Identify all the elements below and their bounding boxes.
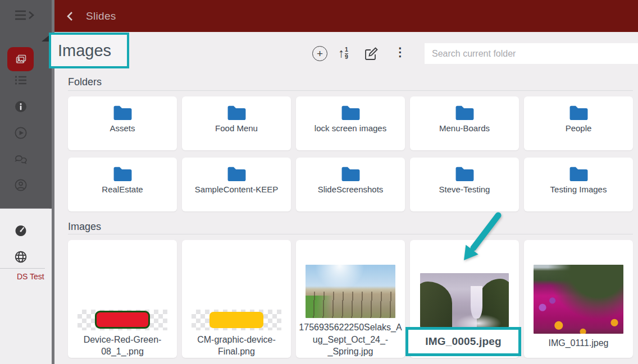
folder-label: Menu-Boards — [439, 123, 490, 133]
sort-numeric-icon: 1 9 — [345, 47, 348, 59]
filename-highlight-box: IMG_0005.jpeg — [405, 327, 521, 356]
sort-arrow-icon: ↑ — [338, 47, 344, 59]
image-filename: IMG_0111.jpeg — [526, 337, 631, 349]
folder-label: lock screen images — [315, 123, 386, 133]
folder-card-people[interactable]: People — [524, 96, 633, 150]
folder-card-lock-screen-images[interactable]: lock screen images — [296, 96, 405, 150]
sidebar-item-playlists[interactable] — [15, 74, 27, 86]
image-filename: 1756935622250Selaks_Aug_Sept_Oct_24_-_Sp… — [298, 321, 403, 358]
image-card-img-0111[interactable]: IMG_0111.jpeg — [524, 240, 633, 358]
globe-icon — [15, 251, 27, 263]
red-device-thumbnail — [95, 311, 150, 329]
sidebar-item-dashboard[interactable] — [15, 224, 27, 237]
plus-icon: + — [317, 48, 323, 59]
sidebar-item-messages[interactable] — [15, 153, 27, 165]
highlighted-image-filename: IMG_0005.jpeg — [425, 335, 502, 348]
waterfall-photo-thumbnail — [420, 273, 509, 327]
transparency-checker — [192, 310, 281, 330]
sidebar-item-player[interactable] — [15, 127, 27, 139]
folder-icon — [112, 165, 133, 182]
waterfall-left-cliff — [420, 282, 452, 327]
folder-icon — [454, 165, 475, 182]
user-circle-icon — [15, 179, 27, 191]
sidebar-item-account[interactable] — [15, 179, 27, 191]
edit-button[interactable] — [364, 47, 379, 61]
folder-icon — [340, 165, 361, 182]
folder-card-testing-images[interactable]: Testing Images — [524, 158, 633, 211]
folder-card-slidescreenshots[interactable]: SlideScreenshots — [296, 158, 405, 211]
folder-label: RealEstate — [102, 185, 143, 194]
folder-icon — [568, 104, 589, 121]
back-button[interactable] — [65, 11, 76, 22]
folder-icon — [226, 104, 247, 121]
folder-label: Assets — [110, 123, 135, 133]
vineyard-photo-thumbnail — [306, 265, 395, 318]
sidebar-item-info[interactable] — [15, 100, 27, 113]
folders-section-title: Folders — [68, 76, 102, 88]
menu-toggle-icon[interactable] — [15, 9, 35, 21]
add-button[interactable]: + — [312, 46, 327, 61]
folder-grid: Assets Food Menu lock screen images Menu… — [68, 96, 638, 211]
folder-label: Food Menu — [215, 123, 258, 133]
kebab-icon: ⋮ — [394, 45, 406, 58]
folder-icon — [568, 165, 589, 182]
page-title: Images — [58, 42, 111, 60]
search-input[interactable] — [425, 43, 638, 64]
edit-pencil-icon — [364, 47, 379, 61]
images-icon — [14, 53, 28, 66]
info-icon — [15, 100, 27, 113]
list-icon — [15, 74, 27, 86]
sort-button[interactable]: ↑ 1 9 — [338, 45, 348, 62]
sidebar-footer-label: DS Test — [17, 272, 44, 281]
sidebar-footer-divider — [0, 268, 45, 269]
folder-card-food-menu[interactable]: Food Menu — [182, 96, 291, 150]
folder-card-steve-testing[interactable]: Steve-Testing — [410, 158, 519, 211]
folder-icon — [112, 104, 133, 121]
flower-photo-thumbnail — [534, 265, 623, 334]
transparency-checker — [78, 310, 167, 330]
sidebar-divider — [0, 208, 49, 209]
page-title-highlight-box: Images — [49, 33, 129, 68]
folder-card-assets[interactable]: Assets — [68, 96, 177, 150]
image-card-device-red-green[interactable]: Device-Red-Green-08_1_.png — [68, 240, 177, 358]
header-title: Slides — [86, 10, 116, 22]
waterfall-mist — [455, 314, 502, 327]
folder-icon — [340, 104, 361, 121]
gauge-icon — [15, 224, 27, 237]
folder-card-menu-boards[interactable]: Menu-Boards — [410, 96, 519, 150]
folders-section-divider — [68, 90, 633, 91]
sidebar-item-images[interactable] — [7, 47, 34, 71]
chevron-left-icon — [65, 11, 76, 22]
chat-icon — [15, 153, 27, 165]
image-grid: Device-Red-Green-08_1_.png CM-graphic-de… — [68, 240, 638, 358]
folder-icon — [454, 104, 475, 121]
images-section-divider — [68, 234, 633, 234]
folder-label: SampleContent-KEEP — [195, 185, 278, 194]
folder-icon — [226, 165, 247, 182]
play-icon — [15, 127, 27, 139]
image-card-cm-graphic-device[interactable]: CM-graphic-device-Final.png — [182, 240, 291, 358]
more-options-button[interactable]: ⋮ — [394, 45, 406, 59]
folder-label: Steve-Testing — [439, 185, 490, 194]
folder-label: SlideScreenshots — [318, 185, 384, 194]
app-header: Slides — [54, 0, 638, 32]
sidebar-item-network[interactable] — [15, 251, 27, 263]
images-section-title: Images — [68, 221, 101, 233]
image-card-selaks-spring[interactable]: 1756935622250Selaks_Aug_Sept_Oct_24_-_Sp… — [296, 240, 405, 358]
image-filename: CM-graphic-device-Final.png — [184, 334, 289, 358]
yellow-device-thumbnail — [209, 312, 263, 328]
folder-label: People — [566, 123, 592, 133]
folder-label: Testing Images — [550, 185, 607, 194]
annotation-arrow — [446, 212, 508, 268]
image-filename: Device-Red-Green-08_1_.png — [70, 334, 175, 358]
folder-card-samplecontent-keep[interactable]: SampleContent-KEEP — [182, 158, 291, 211]
folder-card-realestate[interactable]: RealEstate — [68, 158, 177, 211]
